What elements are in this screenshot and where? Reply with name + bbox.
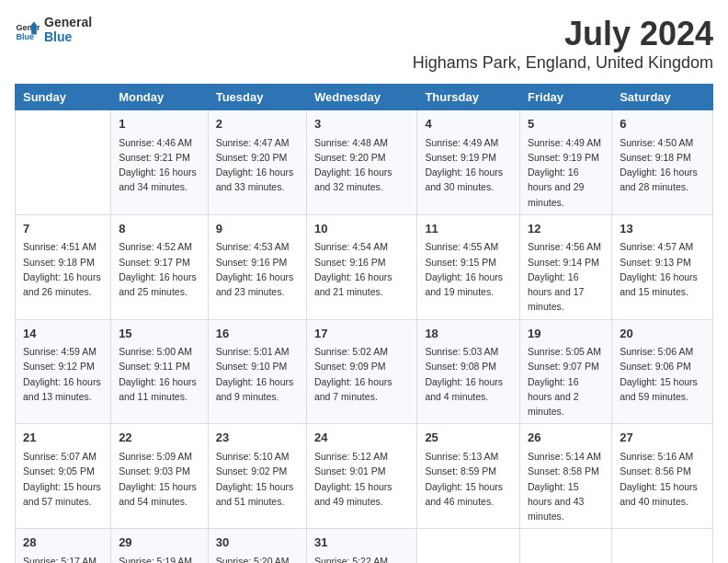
day-number: 1 <box>119 115 200 133</box>
day-number: 23 <box>216 429 299 447</box>
day-number: 12 <box>528 220 604 238</box>
day-number: 29 <box>119 534 200 552</box>
svg-text:Blue: Blue <box>16 32 34 41</box>
logo-blue: Blue <box>44 29 92 44</box>
cell-content: Sunrise: 5:01 AMSunset: 9:10 PMDaylight:… <box>216 344 299 404</box>
logo-general: General <box>44 15 92 29</box>
day-number: 17 <box>314 325 409 343</box>
calendar-cell: 12Sunrise: 4:56 AMSunset: 9:14 PMDayligh… <box>520 214 612 319</box>
cell-content: Sunrise: 5:07 AMSunset: 9:05 PMDaylight:… <box>23 449 103 509</box>
day-number: 4 <box>425 115 512 133</box>
day-number: 11 <box>425 220 512 238</box>
calendar-cell: 23Sunrise: 5:10 AMSunset: 9:02 PMDayligh… <box>208 424 306 529</box>
calendar-cell: 8Sunrise: 4:52 AMSunset: 9:17 PMDaylight… <box>111 214 209 319</box>
calendar-cell: 25Sunrise: 5:13 AMSunset: 8:59 PMDayligh… <box>417 424 520 529</box>
day-number: 25 <box>425 429 512 447</box>
day-number: 15 <box>119 325 200 343</box>
day-number: 13 <box>620 220 705 238</box>
calendar-row: 1Sunrise: 4:46 AMSunset: 9:21 PMDaylight… <box>16 110 713 215</box>
calendar-cell: 20Sunrise: 5:06 AMSunset: 9:06 PMDayligh… <box>612 319 713 424</box>
calendar-header: SundayMondayTuesdayWednesdayThursdayFrid… <box>16 85 713 110</box>
day-number: 8 <box>119 220 200 238</box>
cell-content: Sunrise: 4:46 AMSunset: 9:21 PMDaylight:… <box>119 135 200 195</box>
calendar-cell: 13Sunrise: 4:57 AMSunset: 9:13 PMDayligh… <box>612 214 713 319</box>
cell-content: Sunrise: 5:16 AMSunset: 8:56 PMDaylight:… <box>620 449 705 509</box>
cell-content: Sunrise: 5:05 AMSunset: 9:07 PMDaylight:… <box>528 344 604 419</box>
cell-content: Sunrise: 4:50 AMSunset: 9:18 PMDaylight:… <box>620 135 705 195</box>
main-title: July 2024 <box>413 15 713 53</box>
header-row: SundayMondayTuesdayWednesdayThursdayFrid… <box>16 85 713 110</box>
header-day-tuesday: Tuesday <box>208 85 306 110</box>
calendar-table: SundayMondayTuesdayWednesdayThursdayFrid… <box>15 84 713 563</box>
calendar-cell: 24Sunrise: 5:12 AMSunset: 9:01 PMDayligh… <box>306 424 416 529</box>
calendar-cell: 27Sunrise: 5:16 AMSunset: 8:56 PMDayligh… <box>612 424 713 529</box>
cell-content: Sunrise: 5:14 AMSunset: 8:58 PMDaylight:… <box>528 449 604 523</box>
calendar-cell: 29Sunrise: 5:19 AMSunset: 8:53 PMDayligh… <box>111 529 209 563</box>
day-number: 2 <box>216 115 299 133</box>
header-day-thursday: Thursday <box>417 85 520 110</box>
header-day-sunday: Sunday <box>16 85 111 110</box>
day-number: 10 <box>314 220 409 238</box>
header-day-friday: Friday <box>520 85 612 110</box>
logo: General Blue General Blue <box>15 15 92 44</box>
cell-content: Sunrise: 4:51 AMSunset: 9:18 PMDaylight:… <box>23 239 103 299</box>
calendar-cell: 31Sunrise: 5:22 AMSunset: 8:50 PMDayligh… <box>306 529 416 563</box>
day-number: 6 <box>620 115 705 133</box>
cell-content: Sunrise: 5:09 AMSunset: 9:03 PMDaylight:… <box>119 449 200 509</box>
cell-content: Sunrise: 4:56 AMSunset: 9:14 PMDaylight:… <box>528 239 604 314</box>
cell-content: Sunrise: 4:52 AMSunset: 9:17 PMDaylight:… <box>119 239 200 299</box>
cell-content: Sunrise: 4:49 AMSunset: 9:19 PMDaylight:… <box>528 135 604 210</box>
calendar-cell: 11Sunrise: 4:55 AMSunset: 9:15 PMDayligh… <box>417 214 520 319</box>
cell-content: Sunrise: 5:10 AMSunset: 9:02 PMDaylight:… <box>216 449 299 509</box>
calendar-cell: 17Sunrise: 5:02 AMSunset: 9:09 PMDayligh… <box>306 319 416 424</box>
cell-content: Sunrise: 5:20 AMSunset: 8:52 PMDaylight:… <box>216 554 299 563</box>
day-number: 30 <box>216 534 299 552</box>
subtitle: Highams Park, England, United Kingdom <box>413 53 713 73</box>
calendar-cell: 10Sunrise: 4:54 AMSunset: 9:16 PMDayligh… <box>306 214 416 319</box>
calendar-cell: 4Sunrise: 4:49 AMSunset: 9:19 PMDaylight… <box>417 110 520 215</box>
cell-content: Sunrise: 5:03 AMSunset: 9:08 PMDaylight:… <box>425 344 512 404</box>
calendar-cell <box>612 529 713 563</box>
cell-content: Sunrise: 4:55 AMSunset: 9:15 PMDaylight:… <box>425 239 512 299</box>
calendar-cell <box>417 529 520 563</box>
day-number: 26 <box>528 429 604 447</box>
calendar-cell: 5Sunrise: 4:49 AMSunset: 9:19 PMDaylight… <box>520 110 612 215</box>
cell-content: Sunrise: 5:13 AMSunset: 8:59 PMDaylight:… <box>425 449 512 509</box>
day-number: 19 <box>528 325 604 343</box>
day-number: 9 <box>216 220 299 238</box>
calendar-cell: 28Sunrise: 5:17 AMSunset: 8:55 PMDayligh… <box>16 529 111 563</box>
cell-content: Sunrise: 4:53 AMSunset: 9:16 PMDaylight:… <box>216 239 299 299</box>
cell-content: Sunrise: 5:00 AMSunset: 9:11 PMDaylight:… <box>119 344 200 404</box>
cell-content: Sunrise: 5:17 AMSunset: 8:55 PMDaylight:… <box>23 554 103 563</box>
day-number: 14 <box>23 325 103 343</box>
day-number: 5 <box>528 115 604 133</box>
calendar-cell: 26Sunrise: 5:14 AMSunset: 8:58 PMDayligh… <box>520 424 612 529</box>
cell-content: Sunrise: 5:06 AMSunset: 9:06 PMDaylight:… <box>620 344 705 404</box>
day-number: 22 <box>119 429 200 447</box>
calendar-cell: 16Sunrise: 5:01 AMSunset: 9:10 PMDayligh… <box>208 319 306 424</box>
calendar-cell: 21Sunrise: 5:07 AMSunset: 9:05 PMDayligh… <box>16 424 111 529</box>
day-number: 18 <box>425 325 512 343</box>
page-header: General Blue General Blue July 2024 High… <box>15 15 713 73</box>
calendar-row: 14Sunrise: 4:59 AMSunset: 9:12 PMDayligh… <box>16 319 713 424</box>
day-number: 31 <box>314 534 409 552</box>
cell-content: Sunrise: 5:22 AMSunset: 8:50 PMDaylight:… <box>314 554 409 563</box>
calendar-cell: 18Sunrise: 5:03 AMSunset: 9:08 PMDayligh… <box>417 319 520 424</box>
calendar-cell <box>16 110 111 215</box>
cell-content: Sunrise: 4:57 AMSunset: 9:13 PMDaylight:… <box>620 239 705 299</box>
cell-content: Sunrise: 4:49 AMSunset: 9:19 PMDaylight:… <box>425 135 512 195</box>
calendar-cell: 1Sunrise: 4:46 AMSunset: 9:21 PMDaylight… <box>111 110 209 215</box>
calendar-cell <box>520 529 612 563</box>
calendar-cell: 22Sunrise: 5:09 AMSunset: 9:03 PMDayligh… <box>111 424 209 529</box>
logo-icon: General Blue <box>15 17 40 42</box>
calendar-cell: 30Sunrise: 5:20 AMSunset: 8:52 PMDayligh… <box>208 529 306 563</box>
cell-content: Sunrise: 4:48 AMSunset: 9:20 PMDaylight:… <box>314 135 409 195</box>
cell-content: Sunrise: 4:54 AMSunset: 9:16 PMDaylight:… <box>314 239 409 299</box>
calendar-cell: 19Sunrise: 5:05 AMSunset: 9:07 PMDayligh… <box>520 319 612 424</box>
calendar-cell: 15Sunrise: 5:00 AMSunset: 9:11 PMDayligh… <box>111 319 209 424</box>
calendar-body: 1Sunrise: 4:46 AMSunset: 9:21 PMDaylight… <box>16 110 713 564</box>
calendar-cell: 14Sunrise: 4:59 AMSunset: 9:12 PMDayligh… <box>16 319 111 424</box>
calendar-row: 21Sunrise: 5:07 AMSunset: 9:05 PMDayligh… <box>16 424 713 529</box>
cell-content: Sunrise: 5:02 AMSunset: 9:09 PMDaylight:… <box>314 344 409 404</box>
day-number: 20 <box>620 325 705 343</box>
